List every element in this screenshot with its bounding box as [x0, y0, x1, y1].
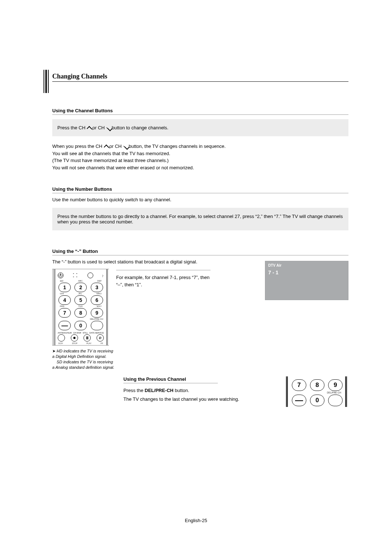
- s1-l2: You will see all the channels that the T…: [52, 151, 170, 156]
- s4-l1a: Press the: [123, 388, 145, 393]
- gray1-text-c: button to change channels.: [112, 125, 168, 130]
- label-del-pre-ch: DEL/PRE-CH: [287, 391, 341, 394]
- circle-button-a: [58, 334, 65, 342]
- remote-button-0: 0: [74, 321, 87, 330]
- tv-screen-thumbnail: DTV Air 7 - 1: [265, 261, 348, 300]
- tv-source-label: DTV Air: [265, 261, 348, 270]
- remote-button-5: 5: [74, 295, 87, 305]
- chevron-down-icon: [106, 127, 110, 130]
- power-icon: [58, 272, 64, 278]
- s1-l4: You will not see channels that were eith…: [52, 165, 194, 170]
- label-dch: DCH: [58, 342, 63, 344]
- chevron-up-icon: [87, 127, 91, 130]
- remote-button-3: 3: [91, 283, 103, 292]
- label-still: STILL: [83, 332, 88, 334]
- label-jkl: JKL: [78, 292, 82, 295]
- remote-button-7: 7: [292, 379, 306, 391]
- s1-l1c: button, the TV changes channels in seque…: [128, 144, 225, 149]
- remote-button-1: 1: [58, 283, 71, 292]
- label-ff: FF: [101, 342, 103, 344]
- remote-button-2: 2: [74, 283, 87, 292]
- pause-icon: [83, 334, 91, 342]
- tv-channel-display: 7 - 1: [265, 270, 348, 275]
- remote-button-dash: —: [58, 321, 71, 330]
- label-ghi: GHI: [60, 292, 64, 295]
- remote-button-del-pre-ch: [91, 321, 103, 330]
- remote-button-4: 4: [58, 295, 71, 305]
- footnote-line2: SD indicates the TV is receiving a Analo…: [52, 360, 114, 370]
- remote-button-8: 8: [310, 379, 324, 391]
- section-graphic-bar: [44, 70, 49, 93]
- subheading-dash-button: Using the “-” Button: [52, 249, 348, 255]
- label-play: PLAY: [86, 342, 91, 344]
- plain-circle-icon: [87, 272, 93, 278]
- label-az: @Z: [60, 280, 64, 282]
- gray1-text-a: Press the CH: [57, 125, 87, 130]
- remote-illustration: ∘ ∘∘ ∘ |◦ @Z ABC DEF 1 2 3: [52, 269, 109, 346]
- dots-icon: ∘ ∘∘ ∘: [73, 272, 78, 279]
- label-mno: MNO: [97, 292, 102, 295]
- footnote-line1: HD indicates the TV is receiving a Digit…: [52, 349, 113, 359]
- subheading-previous-channel: Using the Previous Channel: [123, 376, 218, 383]
- label-wxy: WXY: [97, 305, 102, 307]
- footnote-block: ➤ HD indicates the TV is receiving a Dig…: [52, 348, 115, 370]
- s1-l3: (The TV must have memorized at least thr…: [52, 158, 169, 163]
- remote-button-dash: —: [292, 395, 306, 406]
- remote-button-6: 6: [91, 295, 103, 305]
- gray-box-2: Press the number buttons to go directly …: [52, 208, 348, 230]
- subheading-number-buttons: Using the Number Buttons: [52, 186, 348, 193]
- remote-button-0: 0: [310, 395, 324, 406]
- gray-box-1: Press the CH or CH button to change chan…: [52, 119, 348, 136]
- label-tuv: TUV: [78, 305, 83, 307]
- label-def: DEF: [97, 280, 102, 282]
- remote-button-7: 7: [58, 308, 71, 318]
- s1-l1a: When you press the CH: [52, 144, 104, 149]
- d-button: D: [97, 334, 104, 342]
- label-del-pre-ch: DEL/PRE-CH: [90, 318, 103, 320]
- remote-button-del-pre-ch: [328, 395, 343, 406]
- section3-example: For example, for channel 7-1, press “7”,…: [116, 274, 211, 288]
- record-icon: [71, 334, 78, 342]
- chevron-up-icon: [104, 145, 108, 148]
- page-number: English-25: [0, 518, 392, 523]
- page-heading: Changing Channels: [52, 73, 348, 82]
- s4-l1b: button.: [175, 388, 189, 393]
- label-prs: PRS: [60, 305, 64, 307]
- label-abc: ABC: [78, 280, 82, 282]
- label-anteng: ANT/ENG/NUM: [58, 332, 72, 334]
- label-dataservice: DATA-SERVICE: [89, 332, 104, 334]
- section2-lead: Use the number buttons to quickly switch…: [52, 196, 348, 203]
- section1-body: When you press the CH or CH button, the …: [52, 143, 348, 171]
- remote-button-8: 8: [74, 308, 87, 318]
- label-stop: STOP: [72, 342, 77, 344]
- s4-l1-bold: DEL/PRE-CH: [145, 388, 173, 393]
- label-chmgr: CH MGR: [73, 332, 81, 334]
- s4-l2: The TV changes to the last channel you w…: [123, 396, 276, 403]
- remote-button-9: 9: [91, 308, 103, 318]
- s1-l1b: or CH: [109, 144, 123, 149]
- remote-closeup-illustration: 7 8 9 DEL/PRE-CH — 0: [285, 376, 348, 407]
- chevron-down-icon: [123, 145, 127, 148]
- subheading-channel-buttons: Using the Channel Buttons: [52, 108, 348, 115]
- gray1-text-b: or CH: [93, 125, 106, 130]
- remote-button-9: 9: [328, 379, 343, 391]
